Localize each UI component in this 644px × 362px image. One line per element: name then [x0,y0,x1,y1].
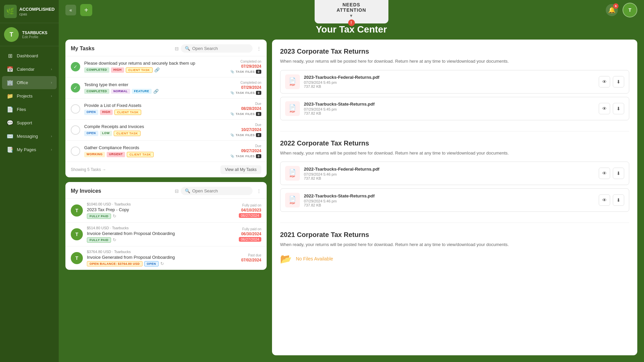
chevron-right-icon: › [51,81,52,84]
search-icon: 🔍 [185,46,190,51]
task-status-completed[interactable]: ✓ [71,83,80,93]
attention-label: NEEDS ATTENTION [328,2,375,13]
task-status-open[interactable] [71,104,80,114]
refresh-icon[interactable]: ↻ [113,214,116,219]
invoice-amount: $1040.00 USD · Tsarbucks [87,202,235,206]
tasks-options-button[interactable]: ⋮ [257,46,261,51]
tag-low: LOW [100,131,112,136]
invoices-options-button[interactable]: ⋮ [257,188,261,194]
refresh-icon[interactable]: ↻ [113,237,116,243]
my-invoices-card: My Invoices ⊟ 🔍 ⋮ T $1040.00 USD · Ts [65,182,267,270]
user-avatar-top[interactable]: T [623,3,637,17]
sidebar-item-projects[interactable]: 📁 Projects › [2,89,57,103]
task-link-icon[interactable]: 🔗 [154,67,160,73]
chevron-down-icon: ▼ [328,13,375,18]
left-column: My Tasks ⊟ 🔍 ⋮ ✓ Please download your [65,40,267,355]
tasks-footer: Showing 5 Tasks → View all My Tasks [65,162,267,177]
notifications-button[interactable]: 🔔 6 [606,4,618,16]
sidebar-profile: T TSARBUCKS Edit Profile [0,23,59,46]
invoices-filter-button[interactable]: ⊟ [175,188,179,194]
view-file-button[interactable]: 👁 [599,103,610,114]
task-tags: OPEN HIGH CLIENT TASK [84,110,226,115]
sidebar-item-label: Office [17,80,28,85]
no-files-label: No Files Available [296,256,333,261]
paperclip-icon: 📎 [230,133,234,137]
projects-icon: 📁 [7,93,13,99]
list-item: T $3764.80 USD · Tsarbucks Invoice Gener… [65,246,267,270]
tag-completed: COMPLETED [84,89,109,94]
my-tasks-header: My Tasks ⊟ 🔍 ⋮ [65,40,267,56]
sidebar-item-office[interactable]: 🏢 Office › [2,76,57,89]
invoice-body: $514.80 USD · Tsarbucks Invoice Generate… [87,226,235,243]
my-invoices-header: My Invoices ⊟ 🔍 ⋮ [65,182,267,198]
invoice-body: $1040.00 USD · Tsarbucks 2023 Tax Prep -… [87,202,235,219]
sidebar-item-calendar[interactable]: 📅 Calendar › [2,63,57,76]
task-status-completed[interactable]: ✓ [71,62,80,71]
edit-profile-link[interactable]: Edit Profile [22,35,47,39]
invoices-search-bar: 🔍 [181,187,253,195]
task-status-working[interactable] [71,146,80,156]
invoice-avatar: T [71,252,83,264]
list-item: T $514.80 USD · Tsarbucks Invoice Genera… [65,222,267,246]
collapse-sidebar-button[interactable]: « [65,5,76,15]
add-button[interactable]: + [80,4,92,16]
task-files-badge: 0 [256,112,261,116]
task-body: Testing type then enter COMPLETED NORMAL… [84,82,226,94]
sidebar-item-label: Support [17,120,32,125]
tag-client-task: CLIENT TASK [114,110,141,115]
tag-client-task: CLIENT TASK [126,67,153,73]
task-status-open[interactable] [71,125,80,135]
top-bar-right: 🔔 6 T [606,3,637,17]
task-meta: Due 08/28/2024 📎 TASK FILES 0 [230,102,261,116]
task-link-icon[interactable]: 🔗 [153,89,159,94]
download-file-button[interactable]: ⬇ [613,103,624,114]
logo-sub: cpas [19,12,55,16]
task-body: Provide a List of Fixed Assets OPEN HIGH… [84,103,226,115]
invoice-tags: OPEN BALANCE: $3764.80 USD OPEN ↻ [87,261,237,266]
sidebar-item-dashboard[interactable]: ⊞ Dashboard [2,49,57,62]
tax-section-desc: When ready, your returns will be posted … [280,150,629,157]
pdf-icon: 📄 PDF [285,166,300,181]
folder-icon: 📂 [280,253,292,264]
pdf-file-item: 📄 PDF 2023-Tsarbucks-State-Returns.pdf 0… [280,97,629,120]
view-file-button[interactable]: 👁 [599,168,610,179]
attention-banner[interactable]: NEEDS ATTENTION ▼ ! [315,0,388,23]
tag-open: OPEN [144,261,159,266]
sidebar-item-files[interactable]: 📄 Files [2,103,57,116]
attention-alert-dot: ! [348,19,355,26]
tag-open: OPEN [84,131,98,136]
dashboard-icon: ⊞ [7,53,13,59]
download-file-button[interactable]: ⬇ [613,194,624,206]
task-title: Testing type then enter [84,82,226,87]
showing-text: Showing 5 Tasks → [71,167,106,172]
files-icon: 📄 [7,106,13,113]
refresh-icon[interactable]: ↻ [160,261,164,266]
view-file-button[interactable]: 👁 [599,76,610,87]
invoice-meta: Past due 07/02/2024 [241,253,261,263]
tasks-filter-button[interactable]: ⊟ [175,46,179,51]
view-file-button[interactable]: 👁 [599,194,610,206]
sidebar-item-messaging[interactable]: ✉️ Messaging › [2,130,57,143]
search-icon: 🔍 [185,188,190,193]
paperclip-icon: 📎 [230,112,234,116]
tag-fully-paid: FULLY PAID [87,237,111,243]
invoices-search-input[interactable] [192,188,249,193]
sidebar-item-support[interactable]: 💬 Support [2,116,57,129]
pdf-file-item: 📄 PDF 2022-Tsarbucks-State-Returns.pdf 0… [280,188,629,212]
tag-normal: NORMAL [111,89,130,94]
download-file-button[interactable]: ⬇ [613,168,624,179]
download-file-button[interactable]: ⬇ [613,76,624,87]
invoice-title: Invoice Generated from Proposal Onboardi… [87,255,237,260]
sidebar-item-my-pages[interactable]: 📑 My Pages › [2,143,57,156]
paid-label: Fully paid on [239,227,261,231]
my-tasks-title: My Tasks [71,46,95,52]
tasks-search-input[interactable] [192,46,249,51]
pdf-file-item: 📄 PDF 2022-Tsarbucks-Federal-Returns.pdf… [280,162,629,185]
tax-section-title: 2023 Corporate Tax Returns [280,48,629,55]
sidebar-item-label: Calendar [17,67,35,72]
task-files: 📎 TASK FILES 0 [230,112,261,116]
date-label: Due [230,123,261,127]
task-meta: Completed on 07/29/2024 📎 TASK FILES 0 [230,81,261,95]
pdf-date: 07/29/2024 5:46 pm [304,199,595,203]
view-all-tasks-button[interactable]: View all My Tasks [220,165,261,174]
